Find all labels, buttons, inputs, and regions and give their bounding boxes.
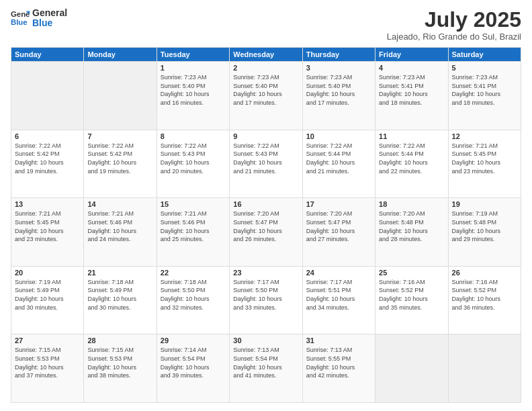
- day-info: Sunrise: 7:20 AM Sunset: 5:47 PM Dayligh…: [233, 210, 298, 243]
- calendar-cell: 21Sunrise: 7:18 AM Sunset: 5:49 PM Dayli…: [84, 266, 157, 334]
- day-number: 2: [233, 64, 298, 72]
- calendar-cell: 17Sunrise: 7:20 AM Sunset: 5:47 PM Dayli…: [302, 198, 375, 267]
- weekday-header-cell: Friday: [375, 48, 448, 62]
- day-number: 13: [15, 200, 80, 208]
- day-number: 27: [15, 336, 80, 345]
- day-info: Sunrise: 7:16 AM Sunset: 5:52 PM Dayligh…: [379, 278, 444, 312]
- day-info: Sunrise: 7:22 AM Sunset: 5:44 PM Dayligh…: [306, 142, 371, 175]
- calendar-cell: 11Sunrise: 7:22 AM Sunset: 5:44 PM Dayli…: [375, 130, 448, 198]
- day-info: Sunrise: 7:23 AM Sunset: 5:40 PM Dayligh…: [161, 73, 226, 107]
- day-info: Sunrise: 7:21 AM Sunset: 5:46 PM Dayligh…: [161, 210, 226, 243]
- day-info: Sunrise: 7:22 AM Sunset: 5:43 PM Dayligh…: [161, 142, 226, 175]
- day-info: Sunrise: 7:15 AM Sunset: 5:53 PM Dayligh…: [87, 346, 152, 379]
- calendar-week-row: 27Sunrise: 7:15 AM Sunset: 5:53 PM Dayli…: [11, 334, 521, 403]
- day-number: 3: [306, 64, 371, 72]
- day-info: Sunrise: 7:15 AM Sunset: 5:53 PM Dayligh…: [15, 346, 80, 379]
- calendar-cell: 30Sunrise: 7:13 AM Sunset: 5:54 PM Dayli…: [230, 334, 302, 403]
- day-info: Sunrise: 7:13 AM Sunset: 5:55 PM Dayligh…: [306, 346, 371, 379]
- calendar-week-row: 13Sunrise: 7:21 AM Sunset: 5:45 PM Dayli…: [11, 198, 521, 267]
- calendar-week-row: 20Sunrise: 7:19 AM Sunset: 5:49 PM Dayli…: [11, 266, 521, 334]
- month-title: July 2025: [387, 8, 521, 32]
- day-info: Sunrise: 7:19 AM Sunset: 5:49 PM Dayligh…: [15, 278, 80, 312]
- day-number: 18: [379, 200, 444, 208]
- calendar-cell: [375, 334, 448, 403]
- day-info: Sunrise: 7:17 AM Sunset: 5:50 PM Dayligh…: [233, 278, 298, 312]
- weekday-header-cell: Wednesday: [230, 48, 302, 62]
- calendar-cell: 4Sunrise: 7:23 AM Sunset: 5:41 PM Daylig…: [375, 62, 448, 130]
- calendar-cell: 8Sunrise: 7:22 AM Sunset: 5:43 PM Daylig…: [157, 130, 229, 198]
- calendar-week-row: 6Sunrise: 7:22 AM Sunset: 5:42 PM Daylig…: [11, 130, 521, 198]
- calendar-week-row: 1Sunrise: 7:23 AM Sunset: 5:40 PM Daylig…: [11, 62, 521, 130]
- day-info: Sunrise: 7:23 AM Sunset: 5:41 PM Dayligh…: [379, 73, 444, 107]
- calendar-cell: 28Sunrise: 7:15 AM Sunset: 5:53 PM Dayli…: [84, 334, 157, 403]
- weekday-header-cell: Saturday: [448, 48, 521, 62]
- day-number: 20: [15, 269, 80, 277]
- day-info: Sunrise: 7:17 AM Sunset: 5:51 PM Dayligh…: [306, 278, 371, 312]
- day-info: Sunrise: 7:13 AM Sunset: 5:54 PM Dayligh…: [233, 346, 298, 379]
- calendar-cell: 25Sunrise: 7:16 AM Sunset: 5:52 PM Dayli…: [375, 266, 448, 334]
- day-number: 22: [161, 269, 226, 277]
- day-number: 1: [161, 64, 226, 72]
- day-info: Sunrise: 7:18 AM Sunset: 5:49 PM Dayligh…: [87, 278, 152, 312]
- calendar-cell: 20Sunrise: 7:19 AM Sunset: 5:49 PM Dayli…: [11, 266, 84, 334]
- calendar-cell: 13Sunrise: 7:21 AM Sunset: 5:45 PM Dayli…: [11, 198, 84, 267]
- calendar-cell: [448, 334, 521, 403]
- logo-general: General: [32, 8, 67, 18]
- calendar-cell: 6Sunrise: 7:22 AM Sunset: 5:42 PM Daylig…: [11, 130, 84, 198]
- calendar-cell: 22Sunrise: 7:18 AM Sunset: 5:50 PM Dayli…: [157, 266, 229, 334]
- calendar-cell: 10Sunrise: 7:22 AM Sunset: 5:44 PM Dayli…: [302, 130, 375, 198]
- day-number: 4: [379, 64, 444, 72]
- calendar-cell: 26Sunrise: 7:16 AM Sunset: 5:52 PM Dayli…: [448, 266, 521, 334]
- day-info: Sunrise: 7:23 AM Sunset: 5:40 PM Dayligh…: [233, 73, 298, 107]
- logo: General Blue General Blue: [11, 8, 67, 29]
- calendar-cell: 29Sunrise: 7:14 AM Sunset: 5:54 PM Dayli…: [157, 334, 229, 403]
- day-info: Sunrise: 7:14 AM Sunset: 5:54 PM Dayligh…: [161, 346, 226, 379]
- svg-text:Blue: Blue: [11, 18, 28, 26]
- calendar-table: SundayMondayTuesdayWednesdayThursdayFrid…: [11, 47, 521, 403]
- calendar-cell: 5Sunrise: 7:23 AM Sunset: 5:41 PM Daylig…: [448, 62, 521, 130]
- day-info: Sunrise: 7:22 AM Sunset: 5:44 PM Dayligh…: [379, 142, 444, 175]
- calendar-cell: 15Sunrise: 7:21 AM Sunset: 5:46 PM Dayli…: [157, 198, 229, 267]
- calendar-body: 1Sunrise: 7:23 AM Sunset: 5:40 PM Daylig…: [11, 62, 521, 403]
- day-number: 26: [452, 269, 517, 277]
- title-block: July 2025 Lajeado, Rio Grande do Sul, Br…: [387, 8, 521, 42]
- day-number: 29: [161, 336, 226, 345]
- weekday-header-cell: Tuesday: [157, 48, 229, 62]
- calendar-cell: 19Sunrise: 7:19 AM Sunset: 5:48 PM Dayli…: [448, 198, 521, 267]
- day-number: 16: [233, 200, 298, 208]
- calendar-cell: 31Sunrise: 7:13 AM Sunset: 5:55 PM Dayli…: [302, 334, 375, 403]
- calendar-cell: [84, 62, 157, 130]
- weekday-header-cell: Thursday: [302, 48, 375, 62]
- calendar-cell: 27Sunrise: 7:15 AM Sunset: 5:53 PM Dayli…: [11, 334, 84, 403]
- calendar-cell: 16Sunrise: 7:20 AM Sunset: 5:47 PM Dayli…: [230, 198, 302, 267]
- calendar-cell: 14Sunrise: 7:21 AM Sunset: 5:46 PM Dayli…: [84, 198, 157, 267]
- header: General Blue General Blue July 2025 Laje…: [11, 8, 521, 42]
- day-info: Sunrise: 7:20 AM Sunset: 5:48 PM Dayligh…: [379, 210, 444, 243]
- day-info: Sunrise: 7:22 AM Sunset: 5:42 PM Dayligh…: [87, 142, 152, 175]
- calendar-cell: 18Sunrise: 7:20 AM Sunset: 5:48 PM Dayli…: [375, 198, 448, 267]
- day-info: Sunrise: 7:20 AM Sunset: 5:47 PM Dayligh…: [306, 210, 371, 243]
- logo-blue: Blue: [32, 18, 67, 28]
- day-info: Sunrise: 7:18 AM Sunset: 5:50 PM Dayligh…: [161, 278, 226, 312]
- day-info: Sunrise: 7:22 AM Sunset: 5:43 PM Dayligh…: [233, 142, 298, 175]
- calendar-cell: 24Sunrise: 7:17 AM Sunset: 5:51 PM Dayli…: [302, 266, 375, 334]
- day-number: 12: [452, 132, 517, 140]
- day-info: Sunrise: 7:21 AM Sunset: 5:45 PM Dayligh…: [452, 142, 517, 175]
- calendar-cell: [11, 62, 84, 130]
- day-info: Sunrise: 7:21 AM Sunset: 5:45 PM Dayligh…: [15, 210, 80, 243]
- day-info: Sunrise: 7:16 AM Sunset: 5:52 PM Dayligh…: [452, 278, 517, 312]
- calendar-cell: 9Sunrise: 7:22 AM Sunset: 5:43 PM Daylig…: [230, 130, 302, 198]
- weekday-header-cell: Sunday: [11, 48, 84, 62]
- day-number: 8: [161, 132, 226, 140]
- day-number: 7: [87, 132, 152, 140]
- weekday-header-row: SundayMondayTuesdayWednesdayThursdayFrid…: [11, 48, 521, 62]
- day-number: 15: [161, 200, 226, 208]
- calendar-cell: 1Sunrise: 7:23 AM Sunset: 5:40 PM Daylig…: [157, 62, 229, 130]
- calendar-cell: 7Sunrise: 7:22 AM Sunset: 5:42 PM Daylig…: [84, 130, 157, 198]
- calendar-page: General Blue General Blue July 2025 Laje…: [0, 0, 532, 411]
- day-info: Sunrise: 7:23 AM Sunset: 5:40 PM Dayligh…: [306, 73, 371, 107]
- day-info: Sunrise: 7:22 AM Sunset: 5:42 PM Dayligh…: [15, 142, 80, 175]
- day-number: 23: [233, 269, 298, 277]
- calendar-cell: 2Sunrise: 7:23 AM Sunset: 5:40 PM Daylig…: [230, 62, 302, 130]
- day-number: 19: [452, 200, 517, 208]
